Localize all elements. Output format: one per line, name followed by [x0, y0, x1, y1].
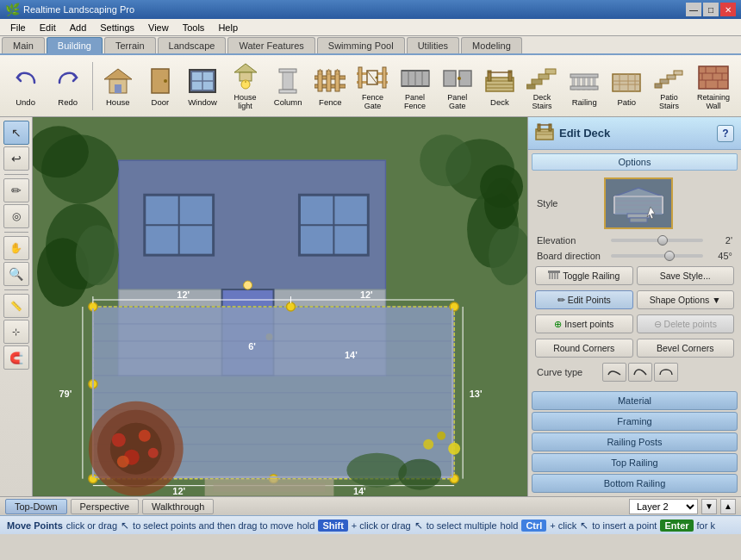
- deck-stairs-button[interactable]: Deck Stairs: [521, 59, 562, 113]
- svg-text:79': 79': [59, 389, 72, 399]
- shape-options-button[interactable]: Shape Options ▼: [637, 290, 735, 309]
- railing-button[interactable]: Railing: [564, 59, 605, 113]
- tab-terrain[interactable]: Terrain: [104, 37, 156, 53]
- window-button[interactable]: Window: [182, 59, 222, 113]
- redo-button[interactable]: Redo: [47, 59, 88, 113]
- status-part4: to select multiple: [427, 520, 497, 531]
- material-section[interactable]: Material: [532, 391, 738, 410]
- bevel-corners-label: Bevel Corners: [657, 343, 714, 353]
- column-icon: [271, 65, 304, 97]
- toggle-railing-button[interactable]: Toggle Railing: [535, 266, 633, 285]
- separator-1: [92, 62, 93, 110]
- insert-points-button[interactable]: ⊕ Insert points: [535, 314, 633, 333]
- house-button[interactable]: House: [97, 59, 138, 113]
- bottom-railing-section[interactable]: Bottom Railing: [532, 474, 738, 493]
- undo-button[interactable]: Undo: [5, 59, 46, 113]
- style-row: Style: [532, 174, 738, 233]
- top-railing-section[interactable]: Top Railing: [532, 453, 738, 472]
- svg-point-41: [458, 77, 461, 80]
- curve-type-2[interactable]: [628, 363, 652, 382]
- panel-fence-icon: [399, 62, 432, 93]
- framing-section[interactable]: Framing: [532, 412, 738, 431]
- view-walkthrough[interactable]: Walkthrough: [142, 499, 214, 514]
- tab-utilities[interactable]: Utilities: [407, 37, 459, 53]
- delete-points-button[interactable]: ⊖ Delete points: [637, 314, 735, 333]
- undo-tool[interactable]: ↩: [3, 146, 29, 171]
- node-tool[interactable]: ◎: [3, 204, 29, 228]
- panel-gate-button[interactable]: Panel Gate: [437, 59, 477, 113]
- patio-button[interactable]: Patio: [607, 59, 647, 113]
- deck-button[interactable]: Deck: [479, 59, 520, 113]
- fence-gate-label: Fence Gate: [355, 93, 390, 110]
- patio-label: Patio: [617, 97, 636, 107]
- layer-arrow-up[interactable]: ▲: [720, 499, 736, 514]
- round-corners-label: Round Corners: [553, 343, 614, 353]
- svg-point-142: [398, 459, 441, 490]
- railing-posts-section[interactable]: Railing Posts: [532, 432, 738, 451]
- elevation-slider[interactable]: [611, 239, 703, 242]
- layer-arrow-down[interactable]: ▼: [701, 499, 717, 514]
- svg-rect-29: [383, 67, 386, 88]
- deck-label: Deck: [490, 97, 509, 107]
- tab-landscape[interactable]: Landscape: [158, 37, 227, 53]
- edit-points-button[interactable]: ✏ Edit Points: [535, 290, 633, 309]
- fence-label: Fence: [319, 97, 341, 107]
- house-light-button[interactable]: House light: [225, 59, 266, 113]
- bevel-corners-button[interactable]: Bevel Corners: [637, 339, 735, 358]
- layer-dropdown[interactable]: Layer 2 Layer 1 Layer 3: [629, 499, 698, 514]
- maximize-button[interactable]: □: [703, 3, 719, 16]
- door-button[interactable]: Door: [140, 59, 180, 113]
- fence-button[interactable]: Fence: [310, 59, 351, 113]
- hand-tool[interactable]: ✋: [3, 236, 29, 260]
- panel-fence-button[interactable]: Panel Fence: [395, 59, 435, 113]
- main-area: ↖ ↩ ✏ ◎ ✋ 🔍 📏 ⊹ 🧲: [0, 117, 741, 496]
- tab-modeling[interactable]: Modeling: [461, 37, 522, 53]
- curve-type-3[interactable]: [654, 363, 678, 382]
- tab-building[interactable]: Building: [47, 37, 103, 53]
- menu-file[interactable]: File: [3, 21, 33, 34]
- svg-text:6': 6': [248, 341, 256, 352]
- board-direction-slider[interactable]: [611, 254, 703, 258]
- view-perspective[interactable]: Perspective: [71, 499, 139, 514]
- cursor-icon-3: ↖: [580, 520, 588, 532]
- menu-settings[interactable]: Settings: [93, 21, 141, 34]
- minimize-button[interactable]: —: [686, 3, 701, 16]
- select-tool[interactable]: ↖: [3, 121, 29, 145]
- menu-help[interactable]: Help: [211, 21, 245, 34]
- elevation-row: Elevation 2': [532, 233, 738, 248]
- bottombar: Top-Down Perspective Walkthrough Layer 2…: [0, 496, 741, 515]
- round-corners-button[interactable]: Round Corners: [535, 339, 633, 358]
- crop-tool[interactable]: ⊹: [3, 320, 29, 344]
- status-part3: + click or drag: [352, 520, 411, 531]
- patio-stairs-button[interactable]: Patio Stairs: [649, 59, 689, 113]
- menu-tools[interactable]: Tools: [176, 21, 212, 34]
- view-topdown[interactable]: Top-Down: [5, 499, 67, 514]
- tab-swimming-pool[interactable]: Swimming Pool: [317, 37, 405, 53]
- panel-help-button[interactable]: ?: [717, 125, 734, 142]
- curve-type-label: Curve type: [537, 367, 597, 377]
- menu-view[interactable]: View: [141, 21, 176, 34]
- curve-type-1[interactable]: [602, 363, 626, 382]
- tab-main[interactable]: Main: [2, 37, 45, 53]
- corners-row: Round Corners Bevel Corners: [532, 336, 738, 360]
- snap-tool[interactable]: 🧲: [3, 345, 29, 370]
- menu-add[interactable]: Add: [63, 21, 94, 34]
- retaining-wall-button[interactable]: Retaining Wall: [691, 59, 736, 113]
- menu-edit[interactable]: Edit: [33, 21, 63, 34]
- save-style-button[interactable]: Save Style...: [637, 266, 735, 285]
- svg-point-147: [480, 165, 523, 208]
- svg-point-107: [450, 475, 458, 483]
- style-preview[interactable]: [604, 177, 673, 229]
- close-button[interactable]: ✕: [720, 3, 736, 16]
- curve-type-row: Curve type: [532, 360, 738, 384]
- pencil-tool[interactable]: ✏: [3, 178, 29, 202]
- column-button[interactable]: Column: [268, 59, 308, 113]
- redo-label: Redo: [58, 97, 78, 107]
- tab-water-features[interactable]: Water Features: [227, 37, 314, 53]
- zoom-tool[interactable]: 🔍: [3, 262, 29, 286]
- curve-buttons: [602, 363, 678, 382]
- canvas-area[interactable]: 12' 12' 79' 13' 6' 14' 12' 14': [33, 117, 527, 496]
- fence-gate-button[interactable]: Fence Gate: [352, 59, 393, 113]
- measure-tool[interactable]: 📏: [3, 294, 29, 318]
- edit-points-label: Edit Points: [568, 295, 611, 305]
